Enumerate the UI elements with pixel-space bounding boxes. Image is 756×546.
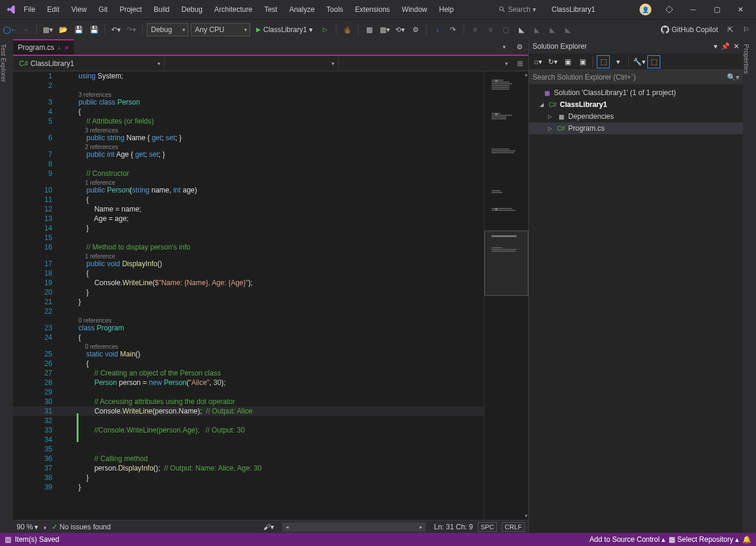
diamond-icon[interactable]: [659, 2, 680, 17]
code-line[interactable]: 35: [13, 444, 484, 454]
select-repository[interactable]: ▦ Select Repository ▴: [669, 535, 739, 544]
code-line[interactable]: 7 public int Age { get; set; }: [13, 150, 484, 159]
line-number[interactable]: 7: [13, 150, 70, 159]
scroll-up-icon[interactable]: ▴: [524, 71, 528, 78]
line-number[interactable]: 38: [13, 473, 70, 482]
code-line[interactable]: 18 {: [13, 269, 484, 278]
redo-icon[interactable]: ↷▾: [125, 23, 138, 36]
menu-git[interactable]: Git: [93, 2, 114, 17]
code-line[interactable]: 14 }: [13, 223, 484, 233]
solution-explorer-title[interactable]: Solution Explorer ▾ 📌 ✕: [529, 39, 743, 53]
line-number[interactable]: 35: [13, 444, 70, 454]
minimap-viewport[interactable]: [484, 231, 528, 296]
line-number[interactable]: 21: [13, 297, 70, 307]
code-line[interactable]: 12 Name = name;: [13, 204, 484, 214]
code-line[interactable]: 1using System;: [13, 71, 484, 81]
sync-icon[interactable]: ↻▾: [546, 55, 559, 68]
codelens[interactable]: 1 reference: [13, 252, 484, 259]
maximize-button[interactable]: ▢: [706, 2, 727, 17]
menu-test[interactable]: Test: [259, 2, 284, 17]
menu-extensions[interactable]: Extensions: [349, 2, 396, 17]
pin-panel-icon[interactable]: 📌: [721, 42, 730, 51]
line-number[interactable]: 18: [13, 269, 70, 278]
menu-project[interactable]: Project: [114, 2, 147, 17]
line-number[interactable]: 6: [13, 133, 70, 143]
tb-icon-1[interactable]: ▦: [363, 23, 376, 36]
menu-analyze[interactable]: Analyze: [284, 2, 321, 17]
menu-file[interactable]: File: [18, 2, 41, 17]
codelens[interactable]: 3 references: [13, 90, 484, 97]
codelens[interactable]: 0 references: [13, 316, 484, 323]
menu-window[interactable]: Window: [396, 2, 433, 17]
error-indicator-icon[interactable]: ⬧: [43, 523, 47, 531]
line-number[interactable]: 4: [13, 107, 70, 116]
menu-build[interactable]: Build: [148, 2, 176, 17]
start-without-debug-icon[interactable]: ▷: [319, 23, 332, 36]
code-line[interactable]: 9 // Constructor: [13, 169, 484, 178]
codelens[interactable]: 1 reference: [13, 178, 484, 185]
collapse-all-icon[interactable]: ▣: [561, 55, 574, 68]
line-number[interactable]: 24: [13, 333, 70, 342]
line-number[interactable]: 25: [13, 349, 70, 359]
code-line[interactable]: 22: [13, 307, 484, 316]
line-number[interactable]: 26: [13, 359, 70, 368]
code-line[interactable]: 27 // Creating an object of the Person c…: [13, 368, 484, 378]
zoom-level[interactable]: 90 % ▾: [17, 523, 38, 531]
tree-dependencies[interactable]: ▷ ▦ Dependencies: [529, 111, 743, 122]
left-tool-strip[interactable]: Test Explorer: [0, 39, 13, 533]
home-icon[interactable]: ⌂▾: [531, 55, 544, 68]
code-line[interactable]: 34: [13, 435, 484, 444]
code-line[interactable]: 4{: [13, 107, 484, 116]
expand-icon[interactable]: ▷: [546, 113, 554, 119]
line-number[interactable]: 20: [13, 288, 70, 297]
line-number[interactable]: 30: [13, 397, 70, 406]
code-line[interactable]: 15: [13, 233, 484, 242]
save-all-icon[interactable]: 💾: [87, 23, 100, 36]
code-line[interactable]: 17 public void DisplayInfo(): [13, 259, 484, 269]
brush-icon[interactable]: 🖌▾: [263, 523, 274, 531]
code-line[interactable]: 3public class Person: [13, 97, 484, 107]
nav-fwd-icon[interactable]: →: [19, 23, 32, 36]
line-number[interactable]: 33: [13, 425, 70, 435]
bookmark-clear-icon[interactable]: ◣: [561, 23, 574, 36]
expand-icon[interactable]: ▷: [546, 125, 554, 131]
minimap[interactable]: ▴: [484, 71, 528, 520]
minimize-button[interactable]: ─: [682, 2, 704, 17]
filter-icon[interactable]: ⬚: [647, 55, 660, 68]
code-line[interactable]: 29: [13, 387, 484, 397]
line-number[interactable]: 17: [13, 259, 70, 269]
code-line[interactable]: 10 public Person(string name, int age): [13, 185, 484, 195]
line-number[interactable]: 28: [13, 378, 70, 387]
code-line[interactable]: 5 // Attributes (or fields): [13, 116, 484, 126]
pin-icon[interactable]: ⟂: [58, 45, 61, 51]
menu-architecture[interactable]: Architecture: [209, 2, 259, 17]
line-number[interactable]: 8: [13, 159, 70, 169]
codelens[interactable]: 0 references: [13, 342, 484, 349]
code-line[interactable]: 2: [13, 81, 484, 90]
bookmark-icon[interactable]: ◣: [515, 23, 528, 36]
line-number[interactable]: 39: [13, 482, 70, 492]
solution-name[interactable]: ClassLibrary1: [552, 5, 635, 14]
nav-type-selector[interactable]: [164, 57, 338, 70]
menu-help[interactable]: Help: [433, 2, 460, 17]
line-number[interactable]: 12: [13, 204, 70, 214]
horizontal-scrollbar[interactable]: ◂ ▸: [282, 522, 426, 532]
line-number[interactable]: 36: [13, 454, 70, 463]
open-icon[interactable]: 📂: [56, 23, 70, 36]
window-position-icon[interactable]: ▾: [714, 42, 717, 51]
hot-reload-icon[interactable]: 🔥: [341, 23, 354, 36]
line-ending[interactable]: CRLF: [502, 522, 525, 532]
start-debug-button[interactable]: ▶ClassLibrary1 ▾: [253, 24, 316, 35]
line-number[interactable]: 16: [13, 242, 70, 252]
tree-solution-root[interactable]: ▦ Solution 'ClassLibrary1' (1 of 1 proje…: [529, 87, 743, 99]
tb-icon-4[interactable]: ⚙: [409, 23, 422, 36]
line-number[interactable]: 19: [13, 278, 70, 288]
comment-icon[interactable]: ▢: [499, 23, 512, 36]
tab-gear-icon[interactable]: ⚙: [513, 40, 526, 53]
step-into-icon[interactable]: ↓: [431, 23, 444, 36]
nav-member-selector[interactable]: [338, 57, 512, 70]
line-number[interactable]: 11: [13, 195, 70, 204]
line-number[interactable]: 1: [13, 71, 70, 81]
add-source-control[interactable]: Add to Source Control ▴: [590, 535, 665, 544]
scroll-down-icon[interactable]: ▾: [524, 513, 528, 520]
